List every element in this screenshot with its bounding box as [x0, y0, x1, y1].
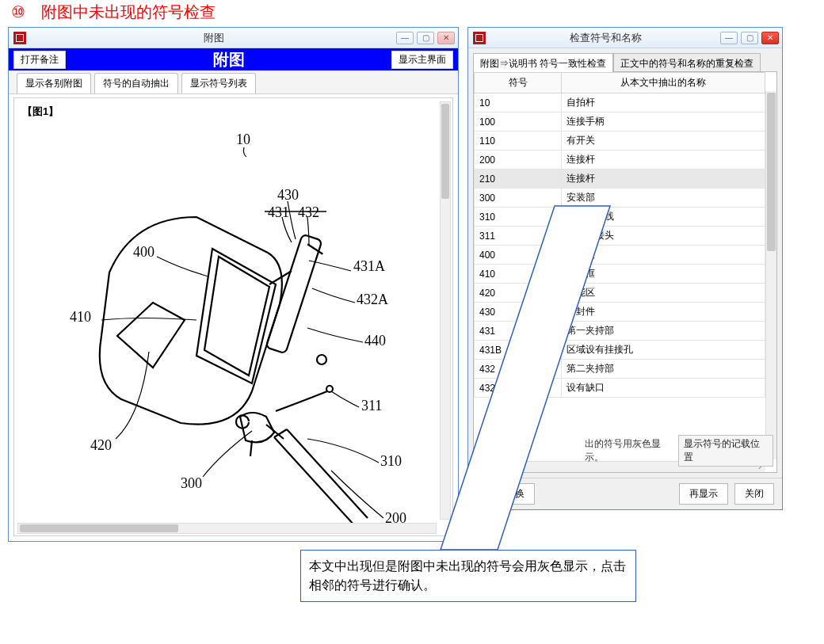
cell-symbol: 431B [475, 341, 562, 360]
col-symbol[interactable]: 符号 [475, 73, 562, 93]
cell-name: 连接杆 [562, 170, 765, 189]
left-titlebar: 附图 — ▢ ✕ [9, 28, 458, 48]
table-row[interactable]: 410安装框 [475, 265, 765, 284]
svg-point-3 [326, 386, 333, 392]
show-main-button[interactable]: 显示主界面 [391, 51, 453, 69]
cell-name: 第一连接线 [562, 208, 765, 227]
cell-name: 自拍杆 [562, 93, 765, 112]
symbol-table[interactable]: 符号 从本文中抽出的名称 10自拍杆100连接手柄110有开关200连接杆210… [474, 72, 765, 398]
table-row[interactable]: 310第一连接线 [475, 208, 765, 227]
left-window-title: 附图 [31, 31, 396, 45]
canvas-scrollbar-h[interactable] [17, 523, 437, 534]
symbol-table-panel: 符号 从本文中抽出的名称 10自拍杆100连接手柄110有开关200连接杆210… [473, 71, 777, 473]
page-heading: ⑩ 附图中未出现的符号检查 [11, 2, 216, 23]
cell-symbol: 300 [475, 189, 562, 208]
close-button[interactable]: ✕ [761, 32, 779, 44]
callout-box: 本文中出现但是附图中未出现的符号会用灰色显示，点击相邻的符号进行确认。 [300, 550, 636, 602]
tab-show-each-figure[interactable]: 显示各别附图 [17, 73, 91, 93]
cell-name: 第二夹持部 [562, 360, 765, 379]
check-window: 检查符号和名称 — ▢ ✕ 附图⇒说明书 符号一致性检查 正文中的符号和名称的重… [467, 27, 783, 510]
fig-label-311: 311 [361, 398, 382, 413]
table-row[interactable]: 200连接杆 [475, 151, 765, 170]
cell-name: 功能区 [562, 284, 765, 303]
cell-name: 区域设有挂接孔 [562, 341, 765, 360]
col-name[interactable]: 从本文中抽出的名称 [562, 73, 765, 93]
cell-symbol: 200 [475, 151, 562, 170]
cell-symbol: 100 [475, 112, 562, 131]
fig-label-431: 431 [268, 204, 289, 220]
figure-tabbar: 显示各别附图 符号的自动抽出 显示符号列表 [9, 70, 458, 94]
tab-duplicate-check[interactable]: 正文中的符号和名称的重复检查 [613, 53, 761, 72]
show-symbol-position-button[interactable]: 显示符号的记载位置 [678, 435, 773, 467]
right-titlebar: 检查符号和名称 — ▢ ✕ [468, 28, 782, 48]
close-panel-button[interactable]: 关闭 [734, 483, 774, 505]
figure-window: 附图 — ▢ ✕ 打开备注 附图 显示主界面 显示各别附图 符号的自动抽出 显示… [8, 27, 459, 542]
cell-name: 密封件 [562, 303, 765, 322]
svg-line-1 [306, 244, 324, 254]
tab-show-symbol-list[interactable]: 显示符号列表 [181, 73, 256, 93]
cell-symbol: 400 [475, 246, 562, 265]
close-button[interactable]: ✕ [437, 32, 455, 44]
fig-label-420: 420 [90, 437, 112, 453]
refresh-button[interactable]: 再显示 [679, 483, 728, 505]
cell-name: 连接杆 [562, 151, 765, 170]
fig-label-431A: 431A [353, 258, 385, 274]
bottom-button-bar: 设定切换 再显示 关闭 [468, 478, 782, 509]
table-row[interactable]: 110有开关 [475, 131, 765, 151]
table-row[interactable]: 400防水袋 [475, 246, 765, 265]
table-row[interactable]: 431第一夹持部 [475, 322, 765, 341]
cell-name: 安装框 [562, 265, 765, 284]
table-row[interactable]: 431B区域设有挂接孔 [475, 341, 765, 360]
settings-switch-button[interactable]: 设定切换 [476, 483, 535, 505]
table-row[interactable]: 430密封件 [475, 303, 765, 322]
table-row[interactable]: 100连接手柄 [475, 112, 765, 131]
fig-label-432A: 432A [357, 292, 388, 307]
cell-symbol: 431 [475, 322, 562, 341]
table-row[interactable]: 432B设有缺口 [475, 379, 765, 398]
table-row[interactable]: 432第二夹持部 [475, 360, 765, 379]
fig-label-410: 410 [70, 309, 91, 325]
tab-consistency-check[interactable]: 附图⇒说明书 符号一致性检查 [473, 53, 613, 72]
cell-symbol: 311 [475, 227, 562, 246]
fig-label-10: 10 [236, 131, 250, 147]
open-backup-button[interactable]: 打开备注 [13, 51, 66, 69]
cell-symbol: 410 [475, 265, 562, 284]
maximize-button[interactable]: ▢ [741, 32, 758, 44]
table-row[interactable]: 10自拍杆 [475, 93, 765, 112]
figure-svg: 10 430 431 432 431A 432A 440 311 310 200… [14, 98, 442, 526]
cell-symbol: 432B [475, 379, 562, 398]
cell-symbol: 310 [475, 208, 562, 227]
cell-symbol: 210 [475, 170, 562, 189]
cell-symbol: 430 [475, 303, 562, 322]
svg-point-2 [317, 355, 326, 364]
cell-name: 有开关 [562, 131, 765, 151]
minimize-button[interactable]: — [720, 32, 738, 44]
cell-name: 防水袋 [562, 246, 765, 265]
tab-auto-extract-symbols[interactable]: 符号的自动抽出 [94, 73, 178, 93]
cell-symbol: 110 [475, 131, 562, 151]
maximize-button[interactable]: ▢ [417, 32, 434, 44]
table-scrollbar-v[interactable] [765, 91, 776, 459]
fig-label-430: 430 [277, 187, 299, 203]
cell-name: 安装部 [562, 189, 765, 208]
minimize-button[interactable]: — [396, 32, 414, 44]
blue-toolbar: 打开备注 附图 显示主界面 [9, 48, 458, 70]
table-row[interactable]: 210连接杆 [475, 170, 765, 189]
callout-text: 本文中出现但是附图中未出现的符号会用灰色显示，点击相邻的符号进行确认。 [309, 559, 626, 592]
cell-name: 第一连接头 [562, 227, 765, 246]
canvas-scrollbar-v[interactable] [440, 101, 451, 520]
blue-title: 附图 [71, 49, 387, 70]
table-row[interactable]: 300安装部 [475, 189, 765, 208]
right-window-title: 检查符号和名称 [490, 31, 720, 45]
table-row[interactable]: 311第一连接头 [475, 227, 765, 246]
heading-num: ⑩ [11, 2, 25, 21]
cell-symbol: 420 [475, 284, 562, 303]
check-tabbar: 附图⇒说明书 符号一致性检查 正文中的符号和名称的重复检查 [473, 53, 777, 72]
cell-name: 第一夹持部 [562, 322, 765, 341]
app-icon [13, 32, 26, 44]
cell-symbol: 432 [475, 360, 562, 379]
app-icon [473, 32, 486, 44]
table-row[interactable]: 420功能区 [475, 284, 765, 303]
figure-canvas: 【图1】 [13, 97, 453, 536]
cell-name: 设有缺口 [562, 379, 765, 398]
